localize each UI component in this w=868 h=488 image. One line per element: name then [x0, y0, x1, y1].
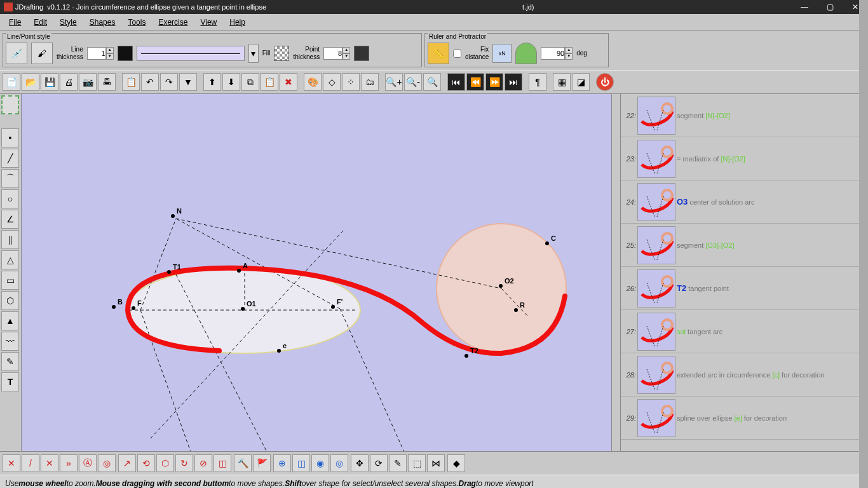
angle-spinner[interactable]: ▲▼	[541, 47, 573, 60]
history-item[interactable]: 23: = mediatrix of [N]-[O2]	[621, 137, 868, 180]
point-B[interactable]	[112, 305, 116, 309]
open-button[interactable]: 📂	[22, 73, 39, 91]
btool-8[interactable]: ⟲	[137, 454, 155, 472]
select-all-button[interactable]: ▦	[553, 73, 571, 91]
menu-help[interactable]: Help	[223, 16, 252, 29]
save-as-button[interactable]: 🖨	[60, 73, 78, 91]
print-button[interactable]: 🖶	[98, 73, 116, 91]
minimize-button[interactable]: —	[792, 0, 817, 14]
btool-19[interactable]: ⟳	[370, 454, 388, 472]
ruler-button[interactable]: 📏	[428, 43, 449, 64]
circle-tool[interactable]: ○	[1, 189, 19, 208]
line-style-picker[interactable]: ▾	[248, 44, 259, 63]
btool-move[interactable]: ✥	[351, 454, 369, 472]
btool-23[interactable]: ◆	[447, 454, 465, 472]
maximize-button[interactable]: ▢	[817, 0, 843, 14]
eyedropper-button[interactable]: 💉	[6, 43, 27, 64]
history-scrollbar[interactable]	[859, 94, 868, 451]
zoom-in-button[interactable]: 🔍+	[385, 73, 403, 91]
star-tool[interactable]: ▲	[1, 311, 19, 330]
menu-tools[interactable]: Tools	[121, 16, 152, 29]
btool-9[interactable]: ⬡	[156, 454, 174, 472]
btool-20[interactable]: ✎	[389, 454, 407, 472]
fill-swatch[interactable]	[274, 46, 289, 61]
btool-3[interactable]: ✕	[41, 454, 58, 472]
menu-shapes[interactable]: Shapes	[83, 16, 122, 29]
btool-4[interactable]: »	[60, 454, 78, 472]
pilcrow-button[interactable]: ¶	[529, 73, 546, 91]
point-A[interactable]	[237, 269, 241, 273]
save-button[interactable]: 💾	[41, 73, 58, 91]
clipboard-button[interactable]: 📋	[261, 73, 278, 91]
point-e[interactable]	[277, 349, 281, 353]
dropdown-button[interactable]: ▼	[179, 73, 197, 91]
pencil-tool[interactable]: ✎	[1, 352, 19, 371]
btool-21[interactable]: ⬚	[408, 454, 426, 472]
polygon-tool[interactable]: ⬡	[1, 291, 19, 310]
layers-button[interactable]: 🗂	[361, 73, 379, 91]
zoom-fit-button[interactable]: 🔍	[423, 73, 441, 91]
line-color-swatch[interactable]	[118, 46, 133, 61]
btool-12[interactable]: ◫	[214, 454, 231, 472]
point-O1[interactable]	[241, 307, 245, 311]
point-thickness-spinner[interactable]: ▲▼	[323, 47, 350, 60]
wave-tool[interactable]: 〰	[1, 332, 19, 351]
camera-button[interactable]: 📷	[79, 73, 97, 91]
menu-style[interactable]: Style	[53, 16, 83, 29]
btool-7[interactable]: ↗	[118, 454, 136, 472]
menu-exercise[interactable]: Exercise	[152, 16, 194, 29]
point-C[interactable]	[545, 241, 549, 245]
fix-distance-checkbox[interactable]	[453, 50, 461, 58]
point-O2[interactable]	[499, 284, 503, 288]
power-button[interactable]: ⏻	[596, 73, 614, 91]
new-button[interactable]: 📄	[3, 73, 20, 91]
text-tool[interactable]: T	[1, 372, 19, 391]
history-item[interactable]: 26: T2 tangent point	[621, 267, 868, 310]
btool-16[interactable]: ◫	[292, 454, 310, 472]
delete-button[interactable]: ✖	[280, 73, 297, 91]
protractor-icon[interactable]	[515, 43, 537, 64]
move-down-button[interactable]: ⬇	[222, 73, 240, 91]
btool-14[interactable]: 🚩	[253, 454, 271, 472]
point-T1[interactable]	[167, 270, 171, 274]
line-thickness-spinner[interactable]: ▲▼	[87, 47, 114, 60]
history-item[interactable]: 28: extended arc in circumference [c] fo…	[621, 353, 868, 396]
invert-button[interactable]: ◪	[572, 73, 590, 91]
menu-edit[interactable]: Edit	[27, 16, 53, 29]
canvas-scrollbar[interactable]	[611, 94, 620, 451]
history-item[interactable]: 27: sol tangent arc	[621, 310, 868, 353]
palette-button[interactable]: 🎨	[304, 73, 322, 91]
btool-11[interactable]: ⊘	[194, 454, 212, 472]
prev-button[interactable]: ⏪	[466, 73, 484, 91]
history-item[interactable]: 22: segment [N]-[O2]	[621, 94, 868, 137]
btool-5[interactable]: Ⓐ	[79, 454, 97, 472]
btool-22[interactable]: ⋈	[427, 454, 445, 472]
last-button[interactable]: ⏭	[505, 73, 522, 91]
rect-tool[interactable]: ▭	[1, 271, 19, 290]
diamond-button[interactable]: ◇	[323, 73, 341, 91]
xn-button[interactable]: xN	[492, 44, 512, 63]
point-color-swatch[interactable]	[354, 46, 369, 61]
angle-tool[interactable]: ∠	[1, 210, 19, 229]
point-F[interactable]	[132, 306, 135, 310]
history-item[interactable]: 29: spline over ellipse [e] for decorati…	[621, 396, 868, 440]
redo-button[interactable]: ↷	[160, 73, 178, 91]
point-R[interactable]	[514, 308, 518, 312]
btool-2[interactable]: /	[22, 454, 39, 472]
line-style-dropdown[interactable]	[137, 46, 245, 61]
menu-file[interactable]: File	[3, 16, 27, 29]
history-item[interactable]: 25: segment [O3]-[O2]	[621, 224, 868, 267]
line-tool[interactable]: ╱	[1, 149, 19, 168]
point-tool[interactable]: •	[1, 128, 19, 147]
select-tool[interactable]	[1, 95, 19, 114]
paste-button[interactable]: 📋	[122, 73, 140, 91]
btool-6[interactable]: ◎	[98, 454, 116, 472]
btool-1[interactable]: ✕	[3, 454, 20, 472]
btool-17[interactable]: ◉	[311, 454, 329, 472]
parallel-tool[interactable]: ∥	[1, 230, 19, 249]
canvas[interactable]: NT1ABFO1F'O2CRT2e	[22, 94, 620, 451]
next-button[interactable]: ⏩	[485, 73, 503, 91]
btool-15[interactable]: ⊕	[273, 454, 291, 472]
brush-button[interactable]: 🖌	[31, 43, 53, 64]
undo-button[interactable]: ↶	[141, 73, 159, 91]
